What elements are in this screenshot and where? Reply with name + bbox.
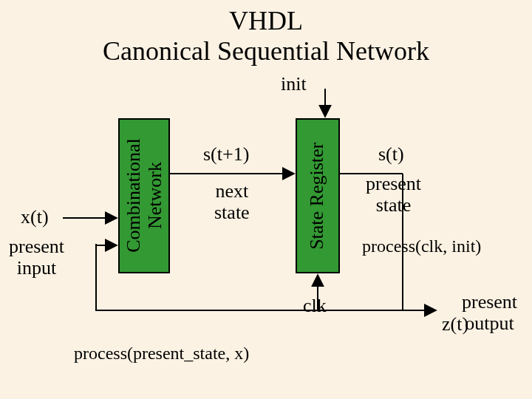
title-line1: VHDL — [0, 6, 532, 36]
present-output-label: presentoutput — [462, 292, 517, 334]
combinational-network-block: CombinationalNetwork — [118, 118, 170, 273]
xt-label: x(t) — [21, 207, 49, 228]
process-ps-label: process(present_state, x) — [74, 344, 249, 363]
clk-label: clk — [303, 296, 327, 317]
state-register-block: State Register — [296, 118, 340, 273]
present-state-label: presentstate — [366, 174, 421, 216]
present-input-label: presentinput — [9, 236, 64, 279]
init-label: init — [281, 74, 307, 95]
next-state-label: nextstate — [214, 181, 250, 223]
title-line2: Canonical Sequential Network — [0, 36, 532, 66]
diagram-canvas: CombinationalNetwork State Register init… — [0, 74, 532, 399]
st-label: s(t) — [378, 144, 404, 166]
combinational-network-label: CombinationalNetwork — [123, 139, 165, 253]
state-register-label: State Register — [307, 142, 329, 249]
process-clk-label: process(clk, init) — [362, 236, 481, 256]
stp1-label: s(t+1) — [203, 144, 249, 166]
